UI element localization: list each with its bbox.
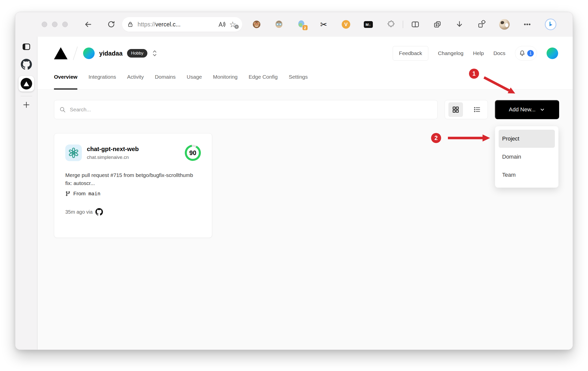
vercel-page: yidadaa Hobby Feedback Changelog Help Do… <box>37 37 573 350</box>
list-view-button[interactable] <box>466 100 488 119</box>
project-name[interactable]: chat-gpt-next-web <box>87 146 139 153</box>
openai-logo-icon <box>68 147 80 159</box>
team-name: yidadaa <box>99 50 123 57</box>
minimize-window-button[interactable] <box>52 22 57 27</box>
monkey-extension-icon[interactable] <box>252 20 261 29</box>
commit-message[interactable]: Merge pull request #715 from betgo/bugfi… <box>65 171 201 187</box>
notifications-button[interactable]: 1 <box>515 46 537 61</box>
vercel-header: yidadaa Hobby Feedback Changelog Help Do… <box>37 37 573 90</box>
project-favicon-tile <box>65 145 82 161</box>
view-toggle <box>445 100 488 119</box>
vercel-favicon <box>21 78 32 89</box>
help-link[interactable]: Help <box>473 50 484 56</box>
tab-usage[interactable]: Usage <box>187 74 202 89</box>
traffic-lights <box>42 22 68 27</box>
extensions-row: 2 ✂ V M↓ <box>252 20 395 29</box>
translate-badge: 2 <box>302 25 308 30</box>
read-aloud-icon[interactable] <box>218 21 226 28</box>
plan-badge: Hobby <box>127 49 147 58</box>
breadcrumb-slash <box>73 47 78 60</box>
sidebar-pane-toggle-icon[interactable] <box>22 42 31 51</box>
url-text: https://vercel.c... <box>138 21 218 28</box>
puzzle-extensions-icon[interactable] <box>386 20 395 29</box>
list-view-icon <box>473 106 481 113</box>
overview-content: Add New... <box>37 90 573 350</box>
address-bar[interactable]: https://vercel.c... ☆ + <box>122 17 242 32</box>
branch-prefix: From <box>73 191 86 197</box>
toolbar-divider <box>403 21 403 28</box>
lock-icon <box>127 21 134 28</box>
project-card[interactable]: chat-gpt-next-web chat.simplenaive.cn 90… <box>54 133 212 238</box>
github-tab-icon[interactable] <box>21 59 32 70</box>
bell-icon <box>519 50 526 57</box>
dropdown-item-team[interactable]: Team <box>499 166 555 184</box>
bing-chat-icon[interactable] <box>545 19 556 30</box>
browser-window: https://vercel.c... ☆ + 2 <box>15 12 573 350</box>
close-window-button[interactable] <box>42 22 47 27</box>
score-ring[interactable]: 90 <box>185 145 201 161</box>
changelog-link[interactable]: Changelog <box>438 50 463 56</box>
git-branch-icon <box>65 191 71 196</box>
add-new-dropdown: Project Domain Team <box>495 126 559 188</box>
chevron-down-icon <box>540 107 545 112</box>
deploy-meta: 35m ago via <box>65 209 93 215</box>
more-menu-icon[interactable] <box>523 20 532 29</box>
add-favorite-plus: + <box>234 25 239 29</box>
scissors-extension-icon[interactable]: ✂ <box>319 20 328 29</box>
notification-count-badge: 1 <box>527 50 534 57</box>
search-input[interactable] <box>70 107 432 113</box>
collections-icon[interactable] <box>433 20 442 29</box>
browser-toolbar: https://vercel.c... ☆ + 2 <box>15 12 573 37</box>
vercel-tab-active[interactable] <box>19 76 34 91</box>
tab-integrations[interactable]: Integrations <box>88 74 116 89</box>
maximize-window-button[interactable] <box>62 22 68 27</box>
browser-profile-avatar[interactable] <box>499 19 510 30</box>
grid-view-icon <box>452 106 459 113</box>
score-value: 90 <box>187 147 199 159</box>
split-screen-icon[interactable] <box>411 20 420 29</box>
translate-extension-icon[interactable]: 2 <box>297 20 306 29</box>
person-extension-icon[interactable] <box>274 20 283 29</box>
add-new-button[interactable]: Add New... <box>495 100 559 119</box>
search-box <box>54 100 438 119</box>
markdown-extension-icon[interactable]: M↓ <box>364 20 373 29</box>
new-tab-button[interactable] <box>22 101 30 109</box>
back-button[interactable] <box>84 20 93 29</box>
vercel-logo[interactable] <box>54 47 68 59</box>
feedback-button[interactable]: Feedback <box>393 46 428 61</box>
team-selector-chevrons-icon[interactable] <box>151 50 158 57</box>
tab-monitoring[interactable]: Monitoring <box>213 74 238 89</box>
tab-overview[interactable]: Overview <box>54 74 77 89</box>
tab-activity[interactable]: Activity <box>127 74 144 89</box>
grid-view-button[interactable] <box>445 100 466 119</box>
user-avatar[interactable] <box>547 48 558 59</box>
download-icon[interactable] <box>455 20 464 29</box>
docs-link[interactable]: Docs <box>493 50 505 56</box>
vercel-tabs: Overview Integrations Activity Domains U… <box>54 74 558 89</box>
github-icon <box>95 208 103 216</box>
tab-domains[interactable]: Domains <box>155 74 176 89</box>
team-avatar <box>83 48 95 59</box>
sidebar-divider <box>21 96 32 96</box>
apps-icon[interactable] <box>477 20 486 29</box>
tab-edge-config[interactable]: Edge Config <box>249 74 278 89</box>
v-extension-icon[interactable]: V <box>341 20 350 29</box>
branch-name[interactable]: main <box>88 191 100 197</box>
browser-sidebar <box>15 37 37 350</box>
reload-button[interactable] <box>107 20 116 29</box>
project-domain[interactable]: chat.simplenaive.cn <box>87 155 139 160</box>
dropdown-item-domain[interactable]: Domain <box>499 148 555 166</box>
favorite-star-icon[interactable]: ☆ + <box>229 20 238 29</box>
search-icon <box>59 106 66 113</box>
tab-settings[interactable]: Settings <box>289 74 308 89</box>
dropdown-item-project[interactable]: Project <box>499 130 555 148</box>
team-switcher[interactable]: yidadaa Hobby <box>83 48 158 59</box>
toolbar-right-icons <box>411 19 556 30</box>
